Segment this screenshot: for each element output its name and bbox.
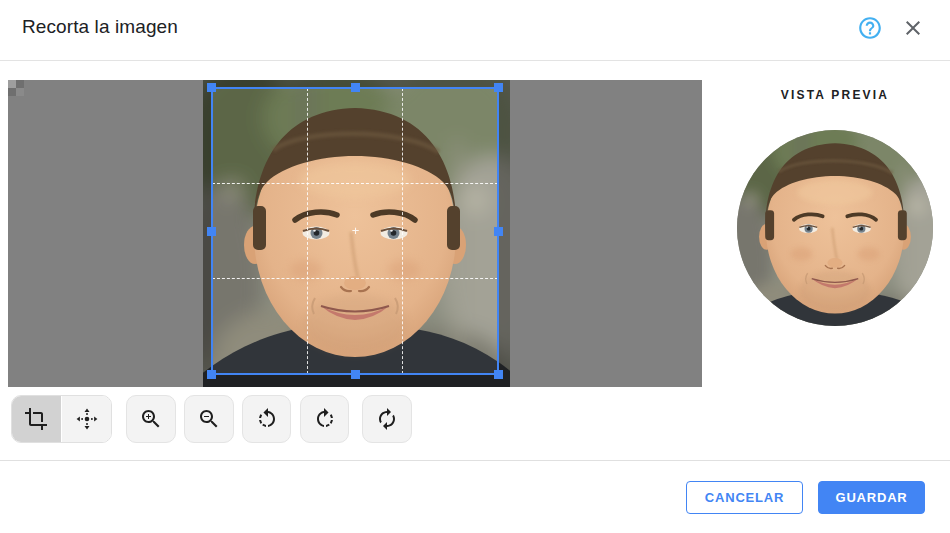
crop-handle-w[interactable] <box>207 227 216 236</box>
transparency-checker <box>16 80 24 88</box>
transparency-checker <box>16 88 24 96</box>
zoom-out-icon <box>197 407 221 431</box>
rotate-clockwise-icon <box>313 407 337 431</box>
reset-icon <box>375 407 399 431</box>
crop-tool-button[interactable] <box>12 396 61 442</box>
crop-handle-n[interactable] <box>351 83 360 92</box>
crop-selection-image: + <box>212 88 498 374</box>
zoom-out-button[interactable] <box>184 395 234 443</box>
crop-editor-canvas: + <box>8 80 702 387</box>
crop-handle-ne[interactable] <box>494 83 503 92</box>
header-divider <box>0 60 950 61</box>
footer-divider <box>0 460 950 461</box>
rotate-counterclockwise-icon <box>255 407 279 431</box>
rule-of-thirds-line <box>307 88 308 374</box>
crop-center-marker: + <box>349 225 362 238</box>
cancel-button[interactable]: CANCELAR <box>686 481 803 514</box>
crop-handle-s[interactable] <box>351 370 360 379</box>
rule-of-thirds-line <box>402 88 403 374</box>
crop-handle-nw[interactable] <box>207 83 216 92</box>
move-icon <box>75 407 99 431</box>
rule-of-thirds-line <box>212 278 498 279</box>
move-tool-button[interactable] <box>62 396 111 442</box>
crop-selection[interactable]: + <box>212 88 498 374</box>
help-icon <box>857 15 883 41</box>
preview-label: VISTA PREVIA <box>725 88 945 102</box>
rotate-clockwise-button[interactable] <box>300 395 349 443</box>
crop-handle-se[interactable] <box>494 370 503 379</box>
transparency-checker <box>8 88 16 96</box>
reset-button[interactable] <box>362 395 412 443</box>
crop-handle-sw[interactable] <box>207 370 216 379</box>
rule-of-thirds-line <box>212 183 498 184</box>
zoom-in-button[interactable] <box>126 395 176 443</box>
rotate-counterclockwise-button[interactable] <box>242 395 291 443</box>
crop-icon <box>24 407 48 431</box>
preview-avatar <box>737 130 933 326</box>
crop-handle-e[interactable] <box>494 227 503 236</box>
save-button[interactable]: GUARDAR <box>818 481 925 514</box>
dialog-title: Recorta la imagen <box>22 16 178 38</box>
close-button[interactable] <box>900 16 926 42</box>
zoom-in-icon <box>139 407 163 431</box>
transparency-checker <box>8 80 16 88</box>
crop-move-toggle-group <box>11 395 112 443</box>
help-button[interactable] <box>856 15 884 43</box>
close-icon <box>901 16 925 40</box>
